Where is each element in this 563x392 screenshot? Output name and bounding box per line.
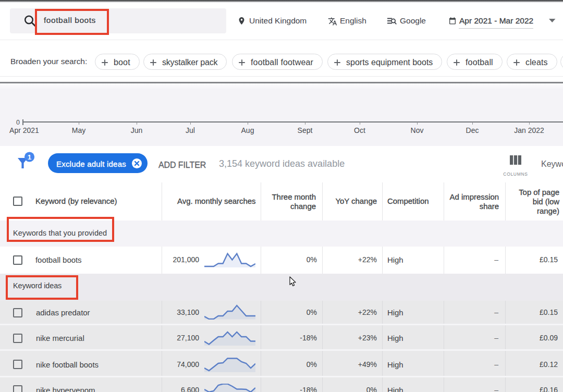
svg-text:1: 1 (28, 153, 32, 161)
